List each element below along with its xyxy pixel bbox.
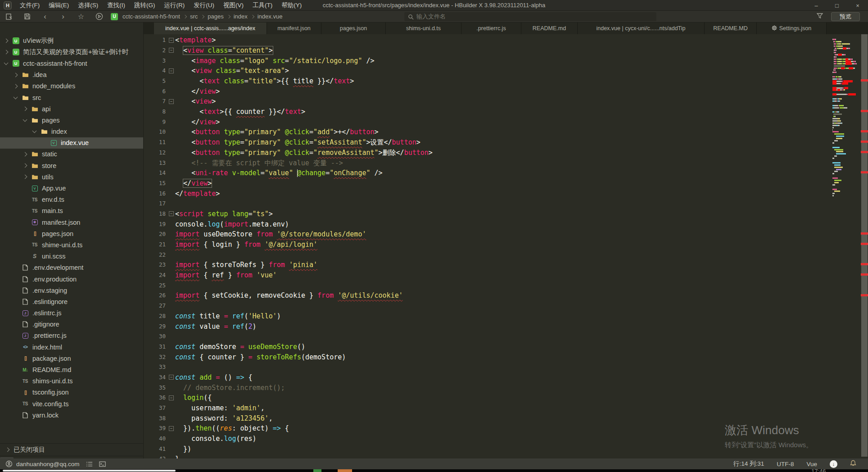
no-chevron — [14, 300, 17, 303]
tree-item-shime-uni.d.ts[interactable]: TSshime-uni.d.ts — [0, 239, 143, 250]
preview-button[interactable]: 预览 — [831, 12, 860, 21]
tree-item-uView示例[interactable]: UuView示例 — [0, 35, 143, 46]
todo-list-button[interactable] — [86, 461, 93, 467]
menu-item-t[interactable]: 工具(T) — [248, 0, 277, 11]
menu-item-i[interactable]: 查找(I) — [103, 0, 130, 11]
vertical-scrollbar[interactable] — [861, 23, 868, 458]
tab-settings.json[interactable]: Settings.json — [757, 23, 827, 34]
tab-shims-uni.d.ts[interactable]: shims-uni.d.ts — [386, 23, 461, 34]
tree-item-App.vue[interactable]: VApp.vue — [0, 182, 143, 194]
tree-item-uni.scss[interactable]: Suni.scss — [0, 251, 143, 262]
new-file-button[interactable] — [0, 11, 18, 23]
tree-item-index.vue[interactable]: Vindex.vue — [0, 137, 143, 149]
tree-item-.idea[interactable]: .idea — [0, 69, 143, 81]
tree-item-utils[interactable]: utils — [0, 171, 143, 182]
menu-item-y[interactable]: 帮助(Y) — [277, 0, 306, 11]
fold-marker[interactable]: − — [169, 99, 174, 104]
breadcrumb-item[interactable]: cctc-assistant-h5-front — [121, 13, 182, 20]
minimize-button[interactable]: – — [806, 0, 827, 11]
tree-item-README.md[interactable]: M↓README.md — [0, 364, 143, 375]
notification-bell[interactable] — [850, 460, 856, 468]
tab-.prettierrc.js[interactable]: .prettierrc.js — [461, 23, 521, 34]
menu-item-e[interactable]: 编辑(E) — [44, 0, 73, 11]
tree-item-src[interactable]: src — [0, 92, 143, 103]
tab-index.vue-cycx-uni-c......nts-addtip[interactable]: index.vue | cycx-uni/c......nts/addTip — [578, 23, 705, 34]
terminal-button[interactable] — [99, 461, 106, 467]
breadcrumb-item[interactable]: index — [232, 13, 249, 20]
language-mode[interactable]: Vue — [806, 461, 817, 467]
menu-item-u[interactable]: 发行(U) — [189, 0, 219, 11]
tree-item-node-modules[interactable]: node_modules — [0, 81, 143, 92]
tree-item-.env.production[interactable]: .env.production — [0, 273, 143, 285]
tree-item-manifest.json[interactable]: ✱manifest.json — [0, 217, 143, 228]
tab-index.vue-cctc-assis......ages-index[interactable]: index.vue | cctc-assis......ages/index — [154, 23, 267, 34]
closed-projects-row[interactable]: 已关闭项目 — [0, 443, 143, 456]
tree-item-pages[interactable]: pages — [0, 114, 143, 126]
tree-item-tsconfig.json[interactable]: [ ]tsconfig.json — [0, 387, 143, 398]
minimap-line — [832, 81, 861, 82]
tree-item-env.d.ts[interactable]: TSenv.d.ts — [0, 194, 143, 205]
cursor-position[interactable]: 行:14 列:31 — [733, 460, 764, 468]
filter-button[interactable] — [817, 13, 823, 21]
forward-button[interactable]: › — [54, 11, 72, 23]
tree-item-main.ts[interactable]: TSmain.ts — [0, 205, 143, 217]
fold-marker[interactable]: − — [169, 48, 174, 53]
fold-marker[interactable]: − — [169, 211, 174, 216]
tab-readme.md[interactable]: README.MD — [705, 23, 757, 34]
scrollbar-thumb[interactable] — [861, 34, 868, 457]
breadcrumb-item[interactable]: src — [188, 13, 199, 20]
favorite-button[interactable]: ☆ — [72, 11, 90, 23]
tree-item-.env.staging[interactable]: .env.staging — [0, 285, 143, 296]
fold-marker[interactable]: − — [169, 68, 174, 73]
close-button[interactable]: × — [847, 0, 868, 11]
tree-item-.eslintrc.js[interactable]: J.eslintrc.js — [0, 308, 143, 319]
tree-item-.eslintignore[interactable]: .eslintignore — [0, 296, 143, 307]
tree-item-cctc-assistant-h5-front[interactable]: Ucctc-assistant-h5-front — [0, 58, 143, 69]
update-download-icon[interactable]: ↓ — [830, 460, 837, 468]
breadcrumb-item[interactable]: pages — [206, 13, 225, 20]
fold-marker[interactable]: − — [169, 395, 174, 400]
scrollbar-error-mark — [861, 263, 868, 265]
tree-item-shims-uni.d.ts[interactable]: TSshims-uni.d.ts — [0, 376, 143, 387]
menu-item-g[interactable]: 跳转(G) — [130, 0, 160, 11]
encoding[interactable]: UTF-8 — [777, 461, 794, 467]
code-token: lang — [232, 210, 248, 218]
tree-item-store[interactable]: store — [0, 160, 143, 171]
tree-item-index.html[interactable]: <>index.html — [0, 341, 143, 353]
breadcrumb-item[interactable]: index.vue — [256, 13, 285, 20]
tree-item-.gitignore[interactable]: .gitignore — [0, 319, 143, 330]
tab-pages.json[interactable]: pages.json — [321, 23, 386, 34]
code-token: { — [281, 424, 289, 432]
minimap[interactable] — [832, 39, 861, 197]
tree-item-static[interactable]: static — [0, 149, 143, 160]
code-area[interactable]: 1−<template>2− <view class="content">3 <… — [144, 34, 832, 458]
menu-item-f[interactable]: 文件(F) — [15, 0, 44, 11]
menu-item-v[interactable]: 视图(V) — [219, 0, 248, 11]
fold-marker[interactable]: − — [169, 38, 174, 43]
save-button[interactable] — [18, 11, 36, 23]
fold-marker[interactable]: − — [169, 375, 174, 380]
tree-item-api[interactable]: api — [0, 103, 143, 114]
file-search-input[interactable]: 输入文件名 — [404, 12, 656, 21]
code-token: " — [313, 128, 317, 136]
tree-item-vite.config.ts[interactable]: TSvite.config.ts — [0, 398, 143, 409]
fold-marker[interactable]: − — [169, 426, 174, 431]
tree-item-package.json[interactable]: [ ]package.json — [0, 353, 143, 364]
back-button[interactable]: ‹ — [36, 11, 54, 23]
menu-item-s[interactable]: 选择(S) — [73, 0, 103, 11]
tree-item-.env.development[interactable]: .env.development — [0, 262, 143, 273]
tree-item-yarn.lock[interactable]: yarn.lock — [0, 409, 143, 421]
tab-manifest.json[interactable]: manifest.json — [267, 23, 321, 34]
tree-item-index[interactable]: index — [0, 126, 143, 137]
run-button[interactable] — [90, 11, 108, 23]
maximize-button[interactable]: □ — [827, 0, 847, 11]
user-icon — [5, 460, 13, 467]
tree-item-label: node_modules — [32, 82, 75, 90]
editor-pane[interactable]: index.vue | cctc-assis......ages/indexma… — [143, 23, 868, 458]
tree-item-.prettierrc.js[interactable]: J.prettierrc.js — [0, 330, 143, 341]
account-item[interactable]: danhuanhong@qq.com — [5, 460, 80, 467]
tree-item-pages.json[interactable]: [ ]pages.json — [0, 228, 143, 239]
tab-readme.md[interactable]: README.md — [521, 23, 578, 34]
menu-item-r[interactable]: 运行(R) — [160, 0, 190, 11]
tree-item-简洁又美观的登录页面-验证-倒计时[interactable]: U简洁又美观的登录页面+验证+倒计时 — [0, 46, 143, 58]
